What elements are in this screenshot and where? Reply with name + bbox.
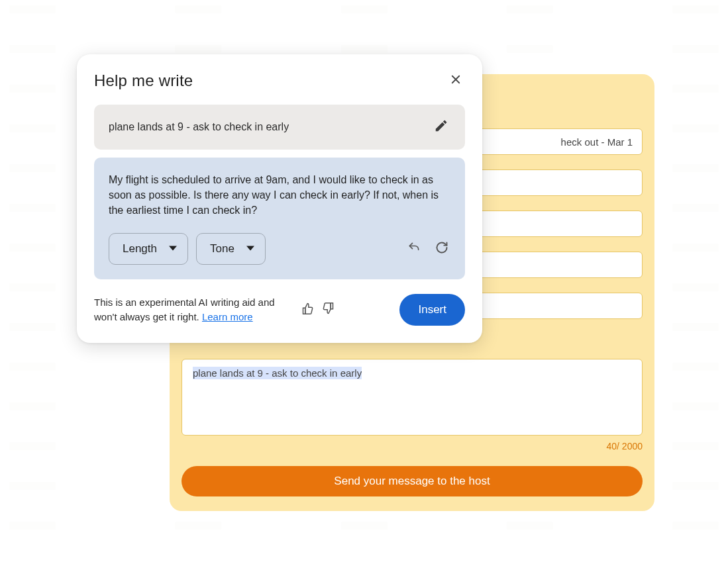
disclaimer: This is an experimental AI writing aid a… — [94, 295, 293, 324]
help-me-write-dialog: Help me write plane lands at 9 - ask to … — [77, 54, 482, 343]
char-count: 40/ 2000 — [607, 441, 643, 451]
result-box: My flight is scheduled to arrive at 9am,… — [94, 158, 465, 279]
prompt-box: plane lands at 9 - ask to check in early — [94, 105, 465, 150]
dialog-title: Help me write — [94, 71, 193, 90]
tone-chip[interactable]: Tone — [196, 233, 266, 265]
undo-button[interactable] — [407, 242, 421, 256]
result-text: My flight is scheduled to arrive at 9am,… — [109, 172, 450, 218]
caret-down-icon — [169, 242, 177, 256]
send-message-button[interactable]: Send your message to the host — [182, 466, 643, 496]
undo-icon — [407, 241, 421, 257]
message-textarea[interactable]: plane lands at 9 - ask to check in early — [182, 359, 643, 436]
checkout-date-value: heck out - Mar 1 — [561, 136, 633, 148]
thumbs-up-button[interactable] — [301, 303, 315, 317]
length-chip-label: Length — [123, 242, 157, 256]
message-text-selected: plane lands at 9 - ask to check in early — [193, 367, 362, 379]
thumbs-down-icon — [321, 302, 335, 318]
pencil-icon — [434, 118, 448, 136]
edit-prompt-button[interactable] — [432, 118, 450, 136]
tone-chip-label: Tone — [210, 242, 234, 256]
regenerate-button[interactable] — [435, 242, 449, 256]
length-chip[interactable]: Length — [109, 233, 188, 265]
close-button[interactable] — [446, 71, 465, 90]
thumbs-down-button[interactable] — [321, 303, 335, 317]
prompt-text: plane lands at 9 - ask to check in early — [109, 121, 289, 133]
close-icon — [450, 73, 462, 88]
thumbs-up-icon — [301, 302, 315, 318]
insert-button[interactable]: Insert — [399, 294, 465, 326]
refresh-icon — [435, 241, 448, 257]
learn-more-link[interactable]: Learn more — [202, 311, 253, 322]
caret-down-icon — [246, 242, 254, 256]
